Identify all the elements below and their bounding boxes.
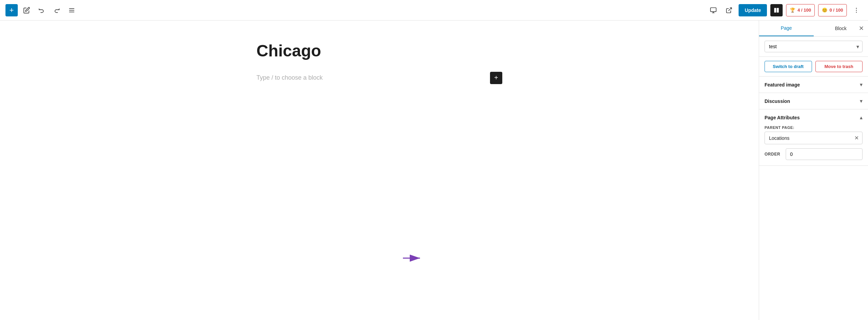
editor-area[interactable]: Chicago Type / to choose a block + bbox=[0, 21, 759, 320]
page-attributes-chevron-icon: ▴ bbox=[860, 114, 863, 121]
redo-button[interactable] bbox=[51, 4, 63, 16]
editor-content: Chicago Type / to choose a block + bbox=[256, 41, 502, 299]
tab-page[interactable]: Page bbox=[759, 21, 814, 36]
svg-line-6 bbox=[728, 8, 731, 11]
featured-image-chevron-icon: ▾ bbox=[860, 81, 863, 88]
toolbar-left: + bbox=[5, 4, 704, 16]
main-area: Chicago Type / to choose a block + Page … bbox=[0, 21, 868, 320]
move-to-trash-button[interactable]: Move to trash bbox=[815, 61, 863, 72]
add-block-inline-button[interactable]: + bbox=[490, 72, 502, 84]
action-buttons: Switch to draft Move to trash bbox=[759, 57, 868, 77]
discussion-chevron-icon: ▾ bbox=[860, 98, 863, 104]
page-attributes-content: PARENT PAGE: Locations ✕ ORDER bbox=[759, 125, 868, 165]
svg-rect-3 bbox=[711, 8, 716, 12]
editor-placeholder: Type / to choose a block bbox=[256, 74, 323, 81]
list-view-button[interactable] bbox=[66, 4, 78, 16]
edit-mode-button[interactable] bbox=[20, 4, 33, 16]
featured-image-toggle[interactable]: Featured image ▾ bbox=[759, 77, 868, 93]
update-button[interactable]: Update bbox=[739, 4, 767, 16]
post-title[interactable]: Chicago bbox=[256, 41, 502, 61]
readability-icon: 😊 bbox=[822, 8, 827, 13]
svg-rect-7 bbox=[774, 8, 776, 13]
close-sidebar-button[interactable]: ✕ bbox=[859, 25, 864, 32]
switch-to-draft-button[interactable]: Switch to draft bbox=[765, 61, 812, 72]
preview-button[interactable] bbox=[707, 4, 719, 16]
seo-score-label: 4 / 100 bbox=[797, 8, 811, 13]
seo-icon: 🏆 bbox=[790, 8, 795, 13]
svg-point-11 bbox=[856, 12, 857, 13]
more-options-button[interactable] bbox=[850, 4, 863, 16]
discussion-toggle[interactable]: Discussion ▾ bbox=[759, 93, 868, 109]
page-attributes-toggle[interactable]: Page Attributes ▴ bbox=[759, 109, 868, 125]
readability-score-label: 0 / 100 bbox=[829, 8, 843, 13]
order-row: ORDER bbox=[765, 148, 863, 160]
view-toggle-button[interactable] bbox=[770, 4, 783, 16]
order-label: ORDER bbox=[765, 152, 780, 157]
toolbar-right: Update 🏆 4 / 100 😊 0 / 100 bbox=[707, 4, 863, 16]
svg-point-10 bbox=[856, 10, 857, 11]
sidebar: Page Block ✕ test draft published ▾ Swit… bbox=[759, 21, 868, 320]
svg-rect-8 bbox=[777, 8, 779, 13]
svg-point-9 bbox=[856, 8, 857, 9]
add-block-button[interactable]: + bbox=[5, 4, 18, 16]
toolbar: + Update 🏆 4 / 100 😊 0 / 100 bbox=[0, 0, 868, 21]
sidebar-tabs: Page Block ✕ bbox=[759, 21, 868, 37]
placeholder-row: Type / to choose a block + bbox=[256, 72, 502, 84]
page-attributes-panel: Page Attributes ▴ PARENT PAGE: Locations… bbox=[759, 109, 868, 166]
status-select[interactable]: test draft published bbox=[765, 41, 863, 52]
seo-score-button[interactable]: 🏆 4 / 100 bbox=[786, 4, 815, 16]
featured-image-panel: Featured image ▾ bbox=[759, 77, 868, 93]
discussion-label: Discussion bbox=[765, 98, 790, 104]
featured-image-label: Featured image bbox=[765, 82, 800, 88]
discussion-panel: Discussion ▾ bbox=[759, 93, 868, 109]
status-section: test draft published ▾ bbox=[759, 37, 868, 57]
parent-page-label: PARENT PAGE: bbox=[765, 125, 863, 130]
undo-button[interactable] bbox=[36, 4, 48, 16]
parent-page-field: Locations ✕ bbox=[765, 132, 863, 144]
status-select-wrapper: test draft published ▾ bbox=[765, 41, 863, 52]
external-link-button[interactable] bbox=[723, 4, 735, 16]
parent-page-value: Locations bbox=[765, 133, 851, 144]
parent-page-clear-button[interactable]: ✕ bbox=[851, 132, 862, 144]
page-attributes-label: Page Attributes bbox=[765, 115, 800, 120]
readability-score-button[interactable]: 😊 0 / 100 bbox=[818, 4, 847, 16]
order-input[interactable] bbox=[786, 148, 863, 160]
